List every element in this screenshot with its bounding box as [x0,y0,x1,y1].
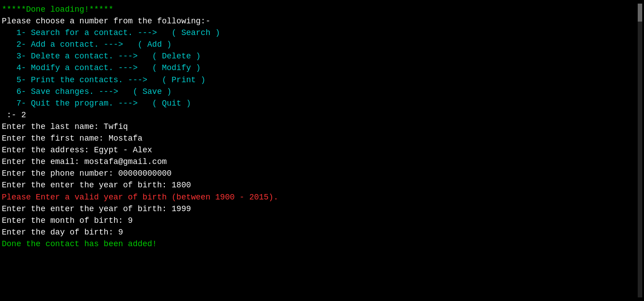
terminal-line: Enter the email: mostafa@gmail.com [2,156,642,168]
terminal-line: 4- Modify a contact. ---> ( Modify ) [2,62,642,74]
terminal-content: *****Done loading!*****Please choose a n… [2,4,642,250]
terminal-window: *****Done loading!*****Please choose a n… [2,4,642,297]
terminal-line: Enter the last name: Twfiq [2,121,642,133]
terminal-line: Enter the day of birth: 9 [2,226,642,238]
terminal-line: Enter the enter the year of birth: 1800 [2,179,642,191]
terminal-line: :- 2 [2,109,642,121]
terminal-line: Please Enter a valid year of birth (betw… [2,191,642,203]
terminal-line: Enter the phone number: 00000000000 [2,168,642,179]
terminal-line: Enter the enter the year of birth: 1999 [2,203,642,215]
terminal-line: 1- Search for a contact. ---> ( Search ) [2,27,642,39]
terminal-line: 2- Add a contact. ---> ( Add ) [2,39,642,50]
terminal-line: 3- Delete a contact. ---> ( Delete ) [2,50,642,62]
terminal-line: 6- Save changes. ---> ( Save ) [2,86,642,97]
scrollbar[interactable] [638,4,642,297]
terminal-line: Enter the first name: Mostafa [2,133,642,144]
terminal-line: Please choose a number from the followin… [2,15,642,27]
terminal-line: Enter the month of birth: 9 [2,215,642,226]
terminal-line: *****Done loading!***** [2,4,642,15]
terminal-line: Enter the address: Egypt - Alex [2,144,642,156]
terminal-line: Done the contact has been added! [2,238,642,250]
scrollbar-thumb[interactable] [638,4,642,22]
terminal-line: 5- Print the contacts. ---> ( Print ) [2,74,642,86]
terminal-line: 7- Quit the program. ---> ( Quit ) [2,97,642,109]
